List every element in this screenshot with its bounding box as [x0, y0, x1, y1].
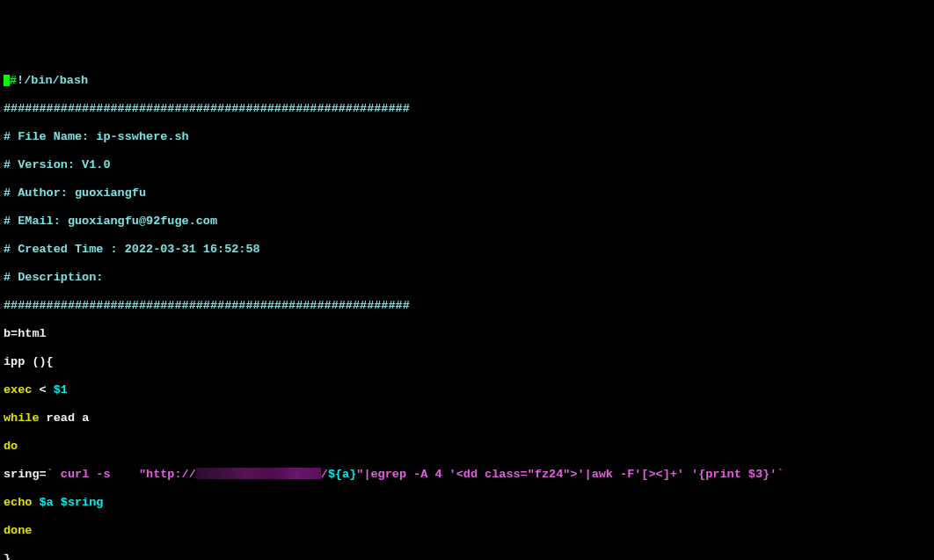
code-line: ipp (){ [4, 355, 930, 369]
code-line: # Description: [4, 271, 930, 285]
code-line: ########################################… [4, 102, 930, 116]
cursor [4, 75, 10, 86]
code-line: done [4, 524, 930, 538]
code-line: echo $a $sring [4, 496, 930, 510]
code-line: sring=` curl -s "http:///${a}"|egrep -A … [4, 468, 930, 482]
code-line: #!/bin/bash [4, 74, 930, 88]
code-line: exec < $1 [4, 383, 930, 397]
code-line: # Created Time : 2022-03-31 16:52:58 [4, 243, 930, 257]
code-line: b=html [4, 327, 930, 341]
code-line: while read a [4, 411, 930, 425]
code-line: # File Name: ip-sswhere.sh [4, 130, 930, 144]
code-line: # EMail: guoxiangfu@92fuge.com [4, 215, 930, 229]
redacted-url [196, 468, 321, 479]
code-line: } [4, 552, 930, 560]
terminal-editor[interactable]: #!/bin/bash ############################… [4, 60, 930, 560]
code-line: # Version: V1.0 [4, 158, 930, 172]
code-line: ########################################… [4, 299, 930, 313]
code-line: # Author: guoxiangfu [4, 186, 930, 200]
code-line: do [4, 440, 930, 454]
